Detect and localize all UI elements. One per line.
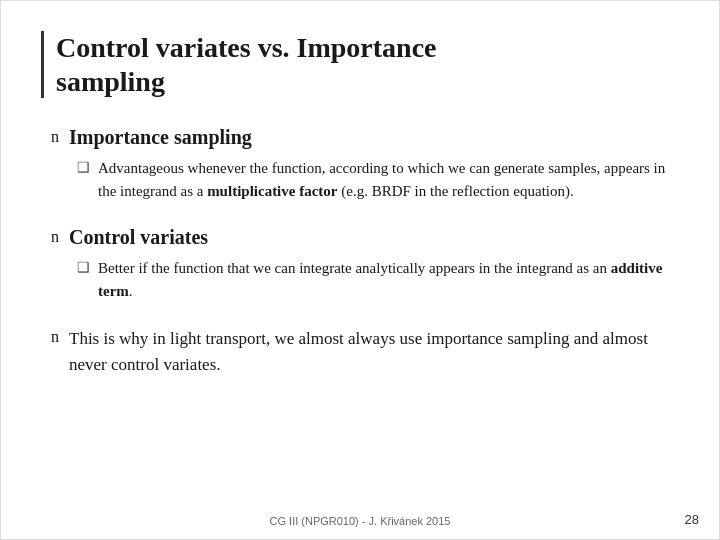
plain-bullet-text: This is why in light transport, we almos… [69, 326, 679, 377]
importance-sampling-text: Advantageous whenever the function, acco… [98, 157, 679, 202]
footer: CG III (NPGR010) - J. Křivánek 2015 [1, 515, 719, 527]
page-number: 28 [685, 512, 699, 527]
bullet-n-2: n [51, 228, 59, 246]
plain-bullet-section: n This is why in light transport, we alm… [51, 326, 679, 377]
title-line2: sampling [56, 66, 165, 97]
slide-title: Control variates vs. Importance sampling [56, 31, 679, 98]
footer-text: CG III (NPGR010) - J. Křivánek 2015 [270, 515, 451, 527]
importance-sampling-section: n Importance sampling ❑ Advantageous whe… [51, 126, 679, 208]
importance-sampling-sub-bullets: ❑ Advantageous whenever the function, ac… [69, 157, 679, 202]
title-line1: Control variates vs. Importance [56, 32, 437, 63]
control-variates-sub-bullet-1: ❑ Better if the function that we can int… [77, 257, 679, 302]
control-variates-section: n Control variates ❑ Better if the funct… [51, 226, 679, 308]
sub-bullet-q-1: ❑ [77, 159, 90, 176]
control-variates-sub-bullets: ❑ Better if the function that we can int… [69, 257, 679, 302]
importance-sampling-sub-bullet-1: ❑ Advantageous whenever the function, ac… [77, 157, 679, 202]
sub-bullet-q-2: ❑ [77, 259, 90, 276]
plain-bullet-n: n [51, 328, 59, 346]
control-variates-content: Control variates ❑ Better if the functio… [69, 226, 679, 308]
slide: Control variates vs. Importance sampling… [0, 0, 720, 540]
bullet-n-1: n [51, 128, 59, 146]
importance-sampling-content: Importance sampling ❑ Advantageous whene… [69, 126, 679, 208]
title-bar: Control variates vs. Importance sampling [41, 31, 679, 98]
control-variates-heading: Control variates [69, 226, 679, 249]
importance-sampling-heading: Importance sampling [69, 126, 679, 149]
control-variates-text: Better if the function that we can integ… [98, 257, 679, 302]
content-area: n Importance sampling ❑ Advantageous whe… [41, 126, 679, 377]
